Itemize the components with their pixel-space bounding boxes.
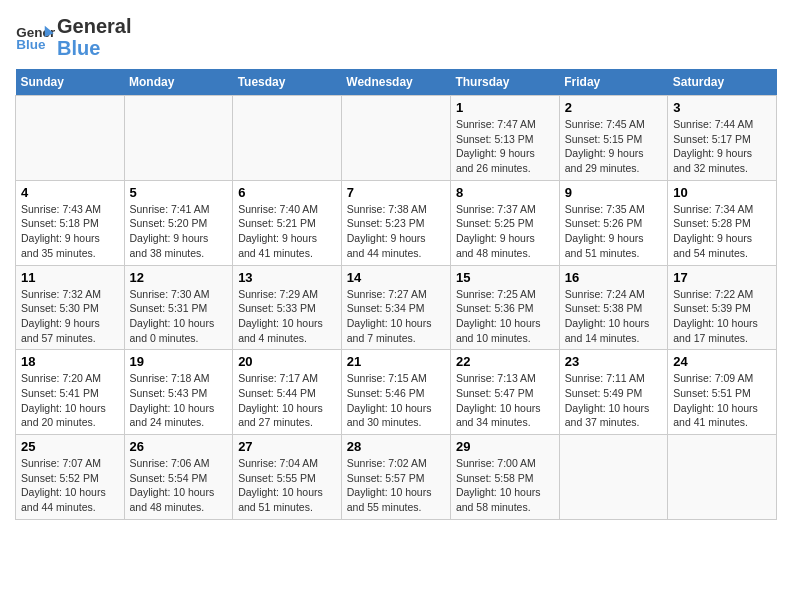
day-info: Sunrise: 7:13 AM Sunset: 5:47 PM Dayligh… <box>456 371 554 430</box>
day-number: 15 <box>456 270 554 285</box>
calendar-cell <box>233 96 342 181</box>
day-info: Sunrise: 7:20 AM Sunset: 5:41 PM Dayligh… <box>21 371 119 430</box>
day-number: 21 <box>347 354 445 369</box>
calendar-cell: 13Sunrise: 7:29 AM Sunset: 5:33 PM Dayli… <box>233 265 342 350</box>
calendar-cell: 15Sunrise: 7:25 AM Sunset: 5:36 PM Dayli… <box>450 265 559 350</box>
calendar-cell <box>124 96 233 181</box>
day-info: Sunrise: 7:15 AM Sunset: 5:46 PM Dayligh… <box>347 371 445 430</box>
logo-icon: General Blue <box>15 22 55 52</box>
day-info: Sunrise: 7:04 AM Sunset: 5:55 PM Dayligh… <box>238 456 336 515</box>
calendar-cell: 14Sunrise: 7:27 AM Sunset: 5:34 PM Dayli… <box>341 265 450 350</box>
calendar-cell: 10Sunrise: 7:34 AM Sunset: 5:28 PM Dayli… <box>668 180 777 265</box>
day-number: 20 <box>238 354 336 369</box>
calendar-cell: 22Sunrise: 7:13 AM Sunset: 5:47 PM Dayli… <box>450 350 559 435</box>
day-info: Sunrise: 7:18 AM Sunset: 5:43 PM Dayligh… <box>130 371 228 430</box>
calendar-cell: 21Sunrise: 7:15 AM Sunset: 5:46 PM Dayli… <box>341 350 450 435</box>
day-number: 8 <box>456 185 554 200</box>
day-number: 9 <box>565 185 663 200</box>
day-info: Sunrise: 7:38 AM Sunset: 5:23 PM Dayligh… <box>347 202 445 261</box>
calendar-cell: 26Sunrise: 7:06 AM Sunset: 5:54 PM Dayli… <box>124 435 233 520</box>
day-info: Sunrise: 7:43 AM Sunset: 5:18 PM Dayligh… <box>21 202 119 261</box>
calendar-cell: 20Sunrise: 7:17 AM Sunset: 5:44 PM Dayli… <box>233 350 342 435</box>
day-number: 4 <box>21 185 119 200</box>
calendar-cell <box>341 96 450 181</box>
calendar-header: SundayMondayTuesdayWednesdayThursdayFrid… <box>16 69 777 96</box>
calendar-cell: 27Sunrise: 7:04 AM Sunset: 5:55 PM Dayli… <box>233 435 342 520</box>
day-info: Sunrise: 7:45 AM Sunset: 5:15 PM Dayligh… <box>565 117 663 176</box>
day-info: Sunrise: 7:07 AM Sunset: 5:52 PM Dayligh… <box>21 456 119 515</box>
calendar-cell: 11Sunrise: 7:32 AM Sunset: 5:30 PM Dayli… <box>16 265 125 350</box>
svg-text:Blue: Blue <box>16 37 46 52</box>
calendar-cell: 9Sunrise: 7:35 AM Sunset: 5:26 PM Daylig… <box>559 180 668 265</box>
day-number: 10 <box>673 185 771 200</box>
header-cell-friday: Friday <box>559 69 668 96</box>
day-info: Sunrise: 7:00 AM Sunset: 5:58 PM Dayligh… <box>456 456 554 515</box>
header-cell-thursday: Thursday <box>450 69 559 96</box>
day-info: Sunrise: 7:06 AM Sunset: 5:54 PM Dayligh… <box>130 456 228 515</box>
day-number: 26 <box>130 439 228 454</box>
day-info: Sunrise: 7:34 AM Sunset: 5:28 PM Dayligh… <box>673 202 771 261</box>
calendar-cell: 28Sunrise: 7:02 AM Sunset: 5:57 PM Dayli… <box>341 435 450 520</box>
day-info: Sunrise: 7:27 AM Sunset: 5:34 PM Dayligh… <box>347 287 445 346</box>
day-number: 7 <box>347 185 445 200</box>
day-number: 14 <box>347 270 445 285</box>
calendar-cell: 3Sunrise: 7:44 AM Sunset: 5:17 PM Daylig… <box>668 96 777 181</box>
day-number: 27 <box>238 439 336 454</box>
day-info: Sunrise: 7:37 AM Sunset: 5:25 PM Dayligh… <box>456 202 554 261</box>
header-cell-sunday: Sunday <box>16 69 125 96</box>
logo-general: General <box>57 15 131 37</box>
day-info: Sunrise: 7:22 AM Sunset: 5:39 PM Dayligh… <box>673 287 771 346</box>
day-number: 24 <box>673 354 771 369</box>
page-header: General Blue General Blue <box>15 15 777 59</box>
calendar-cell <box>668 435 777 520</box>
header-cell-saturday: Saturday <box>668 69 777 96</box>
calendar-cell: 24Sunrise: 7:09 AM Sunset: 5:51 PM Dayli… <box>668 350 777 435</box>
header-cell-wednesday: Wednesday <box>341 69 450 96</box>
day-info: Sunrise: 7:40 AM Sunset: 5:21 PM Dayligh… <box>238 202 336 261</box>
calendar-cell: 8Sunrise: 7:37 AM Sunset: 5:25 PM Daylig… <box>450 180 559 265</box>
calendar-cell: 5Sunrise: 7:41 AM Sunset: 5:20 PM Daylig… <box>124 180 233 265</box>
day-number: 6 <box>238 185 336 200</box>
day-number: 23 <box>565 354 663 369</box>
day-number: 19 <box>130 354 228 369</box>
calendar-cell: 7Sunrise: 7:38 AM Sunset: 5:23 PM Daylig… <box>341 180 450 265</box>
day-number: 17 <box>673 270 771 285</box>
week-row: 4Sunrise: 7:43 AM Sunset: 5:18 PM Daylig… <box>16 180 777 265</box>
week-row: 18Sunrise: 7:20 AM Sunset: 5:41 PM Dayli… <box>16 350 777 435</box>
calendar-cell: 4Sunrise: 7:43 AM Sunset: 5:18 PM Daylig… <box>16 180 125 265</box>
calendar-cell: 29Sunrise: 7:00 AM Sunset: 5:58 PM Dayli… <box>450 435 559 520</box>
logo-blue: Blue <box>57 37 131 59</box>
day-number: 11 <box>21 270 119 285</box>
calendar-cell <box>16 96 125 181</box>
calendar-cell: 17Sunrise: 7:22 AM Sunset: 5:39 PM Dayli… <box>668 265 777 350</box>
calendar-table: SundayMondayTuesdayWednesdayThursdayFrid… <box>15 69 777 520</box>
day-info: Sunrise: 7:30 AM Sunset: 5:31 PM Dayligh… <box>130 287 228 346</box>
day-number: 5 <box>130 185 228 200</box>
day-info: Sunrise: 7:29 AM Sunset: 5:33 PM Dayligh… <box>238 287 336 346</box>
calendar-cell: 12Sunrise: 7:30 AM Sunset: 5:31 PM Dayli… <box>124 265 233 350</box>
calendar-cell: 25Sunrise: 7:07 AM Sunset: 5:52 PM Dayli… <box>16 435 125 520</box>
calendar-cell: 1Sunrise: 7:47 AM Sunset: 5:13 PM Daylig… <box>450 96 559 181</box>
day-number: 18 <box>21 354 119 369</box>
day-info: Sunrise: 7:41 AM Sunset: 5:20 PM Dayligh… <box>130 202 228 261</box>
header-row: SundayMondayTuesdayWednesdayThursdayFrid… <box>16 69 777 96</box>
day-info: Sunrise: 7:47 AM Sunset: 5:13 PM Dayligh… <box>456 117 554 176</box>
header-cell-monday: Monday <box>124 69 233 96</box>
day-info: Sunrise: 7:35 AM Sunset: 5:26 PM Dayligh… <box>565 202 663 261</box>
day-number: 13 <box>238 270 336 285</box>
day-info: Sunrise: 7:09 AM Sunset: 5:51 PM Dayligh… <box>673 371 771 430</box>
day-number: 1 <box>456 100 554 115</box>
week-row: 25Sunrise: 7:07 AM Sunset: 5:52 PM Dayli… <box>16 435 777 520</box>
logo: General Blue General Blue <box>15 15 131 59</box>
day-info: Sunrise: 7:32 AM Sunset: 5:30 PM Dayligh… <box>21 287 119 346</box>
day-info: Sunrise: 7:25 AM Sunset: 5:36 PM Dayligh… <box>456 287 554 346</box>
calendar-body: 1Sunrise: 7:47 AM Sunset: 5:13 PM Daylig… <box>16 96 777 520</box>
calendar-cell: 16Sunrise: 7:24 AM Sunset: 5:38 PM Dayli… <box>559 265 668 350</box>
day-info: Sunrise: 7:17 AM Sunset: 5:44 PM Dayligh… <box>238 371 336 430</box>
calendar-cell <box>559 435 668 520</box>
day-number: 25 <box>21 439 119 454</box>
day-info: Sunrise: 7:44 AM Sunset: 5:17 PM Dayligh… <box>673 117 771 176</box>
week-row: 11Sunrise: 7:32 AM Sunset: 5:30 PM Dayli… <box>16 265 777 350</box>
calendar-cell: 2Sunrise: 7:45 AM Sunset: 5:15 PM Daylig… <box>559 96 668 181</box>
calendar-cell: 23Sunrise: 7:11 AM Sunset: 5:49 PM Dayli… <box>559 350 668 435</box>
